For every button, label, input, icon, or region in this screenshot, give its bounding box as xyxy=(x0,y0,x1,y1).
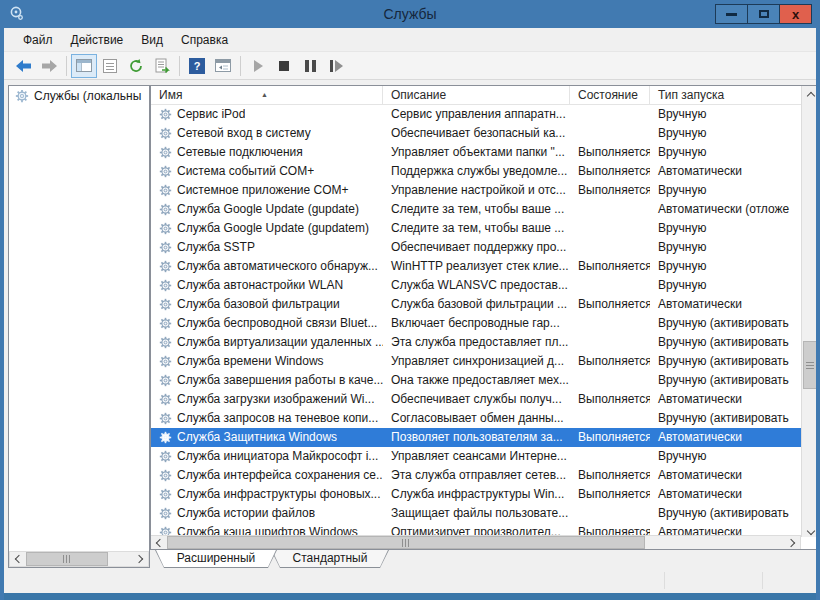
table-row[interactable]: Сервис iPod Сервис управления аппаратн..… xyxy=(151,105,801,124)
service-startup-type: Вручную xyxy=(650,219,801,238)
service-startup-type: Вручную (активировать xyxy=(650,504,801,523)
service-description: Обеспечивает поддержку про... xyxy=(383,238,570,257)
service-gear-icon xyxy=(159,374,172,387)
view-tabs: Расширенный Стандартный xyxy=(150,550,820,569)
back-arrow-icon xyxy=(15,59,32,73)
menu-action[interactable]: Действие xyxy=(62,30,133,50)
restart-service-button[interactable] xyxy=(323,54,349,78)
table-row[interactable]: Служба запросов на теневое копи... Согла… xyxy=(151,409,801,428)
close-button[interactable]: x xyxy=(779,4,812,24)
services-window: Службы x Файл Действие Вид Справка xyxy=(0,0,820,600)
service-rows: Сервис iPod Сервис управления аппаратн..… xyxy=(151,105,801,537)
refresh-button[interactable] xyxy=(123,54,149,78)
service-gear-icon xyxy=(159,393,172,406)
forward-button[interactable] xyxy=(36,54,62,78)
column-header-description[interactable]: Описание xyxy=(383,86,570,104)
table-row[interactable]: Сетевые подключения Управляет объектами … xyxy=(151,143,801,162)
properties-button[interactable] xyxy=(97,54,123,78)
list-horizontal-scrollbar[interactable] xyxy=(151,535,801,549)
scroll-down-button[interactable] xyxy=(802,521,819,537)
table-row[interactable]: Служба Защитника Windows Позволяет польз… xyxy=(151,428,801,447)
menu-help[interactable]: Справка xyxy=(172,30,237,50)
list-vertical-scrollbar[interactable] xyxy=(801,86,819,537)
table-row[interactable]: Служба загрузки изображений Wi... Обеспе… xyxy=(151,390,801,409)
service-description: Служба инфраструктуры Win... xyxy=(383,485,570,504)
table-row[interactable]: Служба инфраструктуры фоновых... Служба … xyxy=(151,485,801,504)
menu-view[interactable]: Вид xyxy=(132,30,172,50)
service-name: Сетевой вход в систему xyxy=(177,124,311,143)
service-description: Следите за тем, чтобы ваше ... xyxy=(383,200,570,219)
table-row[interactable]: Служба автоматического обнаруж... WinHTT… xyxy=(151,257,801,276)
table-row[interactable]: Служба SSTP Обеспечивает поддержку про..… xyxy=(151,238,801,257)
window-bottom-border xyxy=(0,593,820,600)
tab-standard[interactable]: Стандартный xyxy=(271,550,389,568)
window-pane-button[interactable] xyxy=(210,54,236,78)
chevron-right-icon xyxy=(787,538,795,546)
scroll-track[interactable] xyxy=(167,536,784,549)
scroll-left-button[interactable] xyxy=(151,536,167,549)
service-gear-icon xyxy=(159,469,172,482)
scroll-thumb[interactable] xyxy=(26,552,108,566)
show-console-tree-button[interactable] xyxy=(71,54,97,78)
table-row[interactable]: Служба инициатора Майкрософт i... Управл… xyxy=(151,447,801,466)
column-header-name[interactable]: Имя▲ xyxy=(151,86,383,104)
window-title: Службы xyxy=(0,0,820,28)
tree-horizontal-scrollbar[interactable] xyxy=(9,551,149,567)
help-button[interactable]: ? xyxy=(184,54,210,78)
start-service-button[interactable] xyxy=(245,54,271,78)
table-row[interactable]: Сетевой вход в систему Обеспечивает безо… xyxy=(151,124,801,143)
table-row[interactable]: Системное приложение COM+ Управление нас… xyxy=(151,181,801,200)
toolbar: ? xyxy=(4,52,816,80)
service-startup-type: Автоматически xyxy=(650,485,801,504)
service-status xyxy=(570,200,650,219)
stop-service-button[interactable] xyxy=(271,54,297,78)
pause-service-button[interactable] xyxy=(297,54,323,78)
service-startup-type: Автоматически xyxy=(650,162,801,181)
table-row[interactable]: Служба интерфейса сохранения се... Эта с… xyxy=(151,466,801,485)
service-startup-type: Вручную (активировать xyxy=(650,352,801,371)
back-button[interactable] xyxy=(10,54,36,78)
scroll-right-button[interactable] xyxy=(132,552,148,566)
column-header-status[interactable]: Состояние xyxy=(570,86,650,104)
table-row[interactable]: Служба беспроводной связи Bluet... Включ… xyxy=(151,314,801,333)
scroll-thumb[interactable] xyxy=(803,341,817,389)
service-gear-icon xyxy=(159,241,172,254)
table-row[interactable]: Служба Google Update (gupdate) Следите з… xyxy=(151,200,801,219)
service-name: Служба автонастройки WLAN xyxy=(177,276,343,295)
help-question-icon: ? xyxy=(189,58,205,74)
service-startup-type: Автоматически (отложе xyxy=(650,200,801,219)
table-row[interactable]: Служба автонастройки WLAN Служба WLANSVC… xyxy=(151,276,801,295)
refresh-icon xyxy=(128,58,144,74)
scroll-up-button[interactable] xyxy=(802,86,819,102)
service-gear-icon xyxy=(159,279,172,292)
service-name: Служба истории файлов xyxy=(177,504,315,523)
table-row[interactable]: Служба времени Windows Управляет синхрон… xyxy=(151,352,801,371)
chevron-down-icon xyxy=(806,527,814,535)
scroll-left-button[interactable] xyxy=(10,552,26,566)
table-row[interactable]: Служба Google Update (gupdatem) Следите … xyxy=(151,219,801,238)
minimize-button[interactable] xyxy=(715,4,748,24)
scroll-right-button[interactable] xyxy=(784,536,800,549)
table-row[interactable]: Служба базовой фильтрации Служба базовой… xyxy=(151,295,801,314)
service-gear-icon xyxy=(159,146,172,159)
service-startup-type: Вручную xyxy=(650,447,801,466)
menu-file[interactable]: Файл xyxy=(14,30,62,50)
tree-item-label: Службы (локальны xyxy=(34,89,141,103)
scroll-track[interactable] xyxy=(26,552,132,566)
table-row[interactable]: Система событий COM+ Поддержка службы ув… xyxy=(151,162,801,181)
table-row[interactable]: Служба завершения работы в каче... Она т… xyxy=(151,371,801,390)
service-gear-icon xyxy=(159,488,172,501)
title-bar[interactable]: Службы x xyxy=(0,0,820,28)
export-list-button[interactable] xyxy=(149,54,175,78)
toolbar-separator xyxy=(240,56,241,76)
scroll-thumb[interactable] xyxy=(167,536,645,549)
maximize-button[interactable] xyxy=(747,4,780,24)
service-status: Выполняется xyxy=(570,143,650,162)
service-gear-icon xyxy=(159,355,172,368)
column-header-startup[interactable]: Тип запуска xyxy=(650,86,801,104)
table-row[interactable]: Служба виртуализации удаленных ... Эта с… xyxy=(151,333,801,352)
tab-extended[interactable]: Расширенный xyxy=(155,550,277,568)
service-name: Системное приложение COM+ xyxy=(177,181,349,200)
table-row[interactable]: Служба истории файлов Защищает файлы пол… xyxy=(151,504,801,523)
tree-item-services-local[interactable]: Службы (локальны xyxy=(9,86,149,106)
